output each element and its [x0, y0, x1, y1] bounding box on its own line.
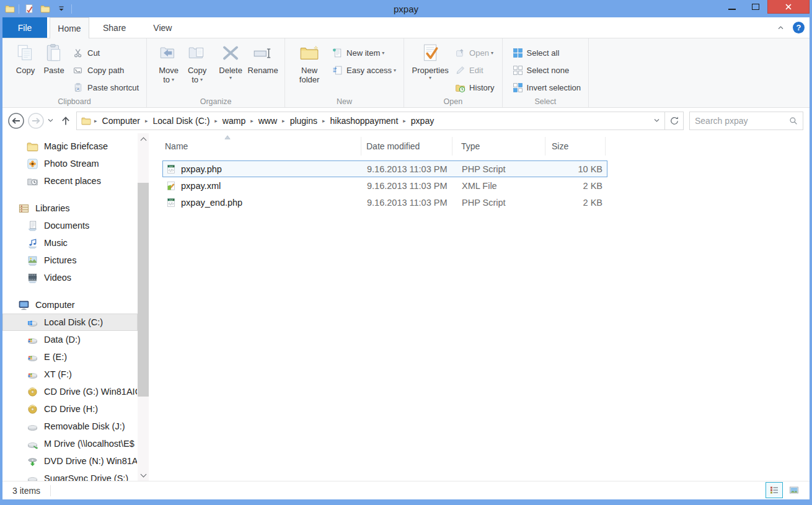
- easy-access-button[interactable]: Easy access ▾: [329, 61, 400, 79]
- sidebar-item-xt-f[interactable]: XT (F:): [2, 366, 138, 383]
- sidebar-item-dvd-drive-n[interactable]: DVD Drive (N:) Win81A: [2, 452, 138, 470]
- qat-properties-button[interactable]: [23, 2, 35, 15]
- window-body: File Home Share View ? Copy Paste: [2, 17, 810, 499]
- sidebar-item-label: Local Disk (C:): [44, 317, 103, 327]
- sidebar-item-m-drive[interactable]: M Drive (\\localhost\E$: [2, 435, 138, 452]
- cut-button[interactable]: Cut: [69, 44, 143, 61]
- maximize-button[interactable]: [744, 0, 767, 14]
- window-controls: [720, 0, 810, 14]
- file-row-pxpay-end-php[interactable]: pxpay_end.php 9.16.2013 11:03 PM PHP Scr…: [162, 194, 607, 211]
- cd-drive-icon: [27, 386, 38, 398]
- invert-selection-label: Invert selection: [527, 83, 581, 92]
- sidebar-item-data-d[interactable]: Data (D:): [2, 331, 138, 348]
- help-button[interactable]: ?: [793, 22, 805, 33]
- forward-button[interactable]: [27, 112, 45, 130]
- sidebar-item-removable-disk-j[interactable]: Removable Disk (J:): [2, 418, 138, 435]
- sidebar-item-label: XT (F:): [44, 369, 72, 379]
- item-count: 3 items: [12, 486, 40, 496]
- sidebar-scrollbar[interactable]: [138, 133, 149, 481]
- minimize-button[interactable]: [720, 0, 744, 14]
- paste-shortcut-button[interactable]: Paste shortcut: [69, 79, 143, 96]
- sidebar-item-label: Photo Stream: [44, 159, 99, 169]
- tab-home[interactable]: Home: [50, 17, 89, 38]
- column-header-type[interactable]: Type: [452, 137, 545, 156]
- properties-button[interactable]: Properties ▾: [410, 41, 450, 81]
- sidebar-item-local-disk-c[interactable]: Local Disk (C:): [2, 314, 138, 331]
- file-name-cell: pxpay.php: [163, 164, 362, 174]
- ribbon-group-open: Properties ▾ Open ▾ Edit Histo: [404, 38, 502, 107]
- scrollbar-thumb[interactable]: [138, 183, 149, 397]
- chevron-down-icon: ▾: [200, 75, 203, 84]
- breadcrumb-segment-computer[interactable]: Computer: [100, 116, 142, 126]
- sidebar-item-recent-places[interactable]: Recent places: [2, 172, 138, 190]
- recent-locations-button[interactable]: [47, 117, 54, 124]
- up-button[interactable]: [60, 115, 71, 126]
- select-all-button[interactable]: Select all: [509, 44, 585, 61]
- sidebar-item-cd-drive-h[interactable]: CD Drive (H:): [2, 400, 138, 418]
- delete-button[interactable]: Delete ▾: [216, 41, 245, 81]
- tab-file[interactable]: File: [2, 17, 47, 38]
- tab-share[interactable]: Share: [89, 17, 139, 38]
- group-label-select: Select: [503, 97, 588, 106]
- breadcrumb-segment-pxpay[interactable]: pxpay: [409, 116, 436, 126]
- sidebar-item-libraries[interactable]: Libraries: [2, 200, 138, 217]
- copy-path-button[interactable]: Copy path: [69, 61, 143, 79]
- scroll-up-button[interactable]: [138, 133, 149, 144]
- status-bar: 3 items: [2, 481, 810, 499]
- move-to-button[interactable]: Move to▾: [154, 41, 183, 84]
- rename-icon: [252, 43, 273, 64]
- sidebar-item-sugarsync-drive-s[interactable]: SugarSync Drive (S:): [2, 470, 138, 481]
- close-button[interactable]: [767, 0, 810, 14]
- history-button[interactable]: History: [451, 79, 498, 96]
- sidebar-item-pictures[interactable]: Pictures: [2, 252, 138, 269]
- search-input[interactable]: [695, 116, 789, 126]
- sidebar-item-computer[interactable]: Computer: [2, 296, 138, 314]
- select-none-button[interactable]: Select none: [509, 61, 585, 79]
- new-item-button[interactable]: New item ▾: [329, 44, 400, 61]
- sidebar-item-e[interactable]: E (E:): [2, 348, 138, 366]
- sidebar-item-photo-stream[interactable]: Photo Stream: [2, 155, 138, 172]
- back-button[interactable]: [7, 112, 25, 130]
- breadcrumb-segment-www[interactable]: www: [257, 116, 279, 126]
- details-view-button[interactable]: [766, 482, 783, 498]
- refresh-button[interactable]: [665, 112, 684, 130]
- cd-drive-icon: [27, 403, 38, 415]
- qat-new-folder-button[interactable]: [39, 2, 51, 15]
- copy-to-button[interactable]: Copy to▾: [183, 41, 211, 84]
- sidebar-item-documents[interactable]: Documents: [2, 217, 138, 234]
- rename-button[interactable]: Rename: [245, 41, 281, 75]
- breadcrumb-segment-local-disk[interactable]: Local Disk (C:): [151, 116, 212, 126]
- column-header-name[interactable]: Name: [162, 137, 361, 156]
- breadcrumb-segment-plugins[interactable]: plugins: [288, 116, 319, 126]
- select-none-icon: [513, 65, 523, 76]
- scroll-down-button[interactable]: [138, 470, 149, 481]
- sidebar-item-label: CD Drive (H:): [44, 404, 98, 414]
- column-header-date-modified[interactable]: Date modified: [361, 137, 452, 156]
- address-bar: ▸ Computer ▸ Local Disk (C:) ▸ wamp ▸ ww…: [2, 108, 810, 133]
- copy-path-icon: [73, 65, 84, 76]
- new-folder-button[interactable]: New folder: [291, 41, 327, 84]
- open-button[interactable]: Open ▾: [451, 44, 498, 61]
- new-folder-icon: [40, 4, 50, 14]
- file-row-pxpay-xml[interactable]: pxpay.xml 9.16.2013 11:03 PM XML File 2 …: [162, 177, 607, 194]
- breadcrumb-segment-wamp[interactable]: wamp: [221, 116, 247, 126]
- sidebar-item-label: SugarSync Drive (S:): [44, 473, 128, 481]
- minimize-ribbon-button[interactable]: [774, 22, 787, 34]
- sidebar-item-label: Removable Disk (J:): [44, 421, 125, 431]
- invert-selection-button[interactable]: Invert selection: [509, 79, 585, 96]
- sidebar-item-cd-drive-g[interactable]: CD Drive (G:) Win81AIC: [2, 383, 138, 400]
- edit-button[interactable]: Edit: [451, 61, 498, 79]
- sidebar-item-magic-briefcase[interactable]: Magic Briefcase: [2, 138, 138, 155]
- invert-selection-icon: [513, 82, 523, 93]
- sidebar-item-videos[interactable]: Videos: [2, 269, 138, 286]
- qat-customize-button[interactable]: [55, 2, 68, 15]
- sidebar-item-music[interactable]: Music: [2, 234, 138, 252]
- breadcrumb-segment-hikashoppayment[interactable]: hikashoppayment: [329, 116, 400, 126]
- copy-button[interactable]: Copy: [11, 41, 40, 75]
- large-icons-view-button[interactable]: [785, 482, 803, 498]
- address-dropdown-button[interactable]: [648, 112, 664, 130]
- paste-button[interactable]: Paste: [40, 41, 68, 75]
- tab-view[interactable]: View: [139, 17, 185, 38]
- column-header-size[interactable]: Size: [545, 137, 606, 156]
- file-row-pxpay-php[interactable]: pxpay.php 9.16.2013 11:03 PM PHP Script …: [162, 160, 607, 177]
